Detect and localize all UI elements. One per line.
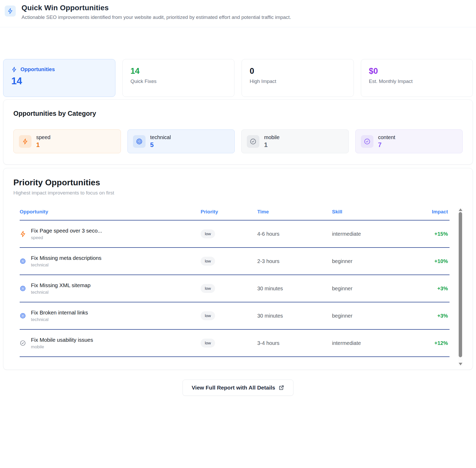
column-header-time[interactable]: Time: [257, 209, 332, 215]
target-icon: [20, 313, 26, 319]
check-circle-icon: [361, 135, 373, 148]
category-label: content: [378, 134, 395, 140]
stat-card-monthly-impact[interactable]: $0 Est. Monthly Impact: [361, 59, 473, 97]
column-header-skill[interactable]: Skill: [332, 209, 421, 215]
skill-value: intermediate: [332, 231, 421, 237]
time-value: 30 minutes: [257, 313, 332, 319]
opportunity-category: mobile: [31, 344, 93, 350]
category-card-speed: speed 1: [13, 129, 121, 153]
category-card-content: content 7: [355, 129, 463, 153]
stat-label: High Impact: [250, 78, 346, 84]
categories-section: Opportunities by Category speed 1 techni…: [3, 99, 473, 165]
stat-card-opportunities[interactable]: Opportunities 14: [3, 59, 115, 97]
category-label: speed: [36, 134, 51, 140]
skill-value: beginner: [332, 313, 421, 319]
table-row[interactable]: Fix Broken internal links technical low …: [20, 302, 450, 330]
time-value: 3-4 hours: [257, 340, 332, 346]
table-row[interactable]: Fix Mobile usability issues mobile low 3…: [20, 330, 450, 357]
category-count: 5: [150, 141, 171, 149]
table-row[interactable]: Fix Missing XML sitemap technical low 30…: [20, 275, 450, 302]
page-header: Quick Win Opportunities Actionable SEO i…: [0, 0, 476, 27]
view-full-report-button[interactable]: View Full Report with All Details: [183, 380, 294, 396]
priority-badge: low: [201, 311, 215, 320]
stat-cards-row: Opportunities 14 14 Quick Fixes 0 High I…: [3, 59, 473, 97]
page-title: Quick Win Opportunities: [22, 4, 291, 12]
stat-value: $0: [369, 66, 465, 76]
target-icon: [20, 258, 26, 264]
category-label: mobile: [264, 134, 280, 140]
category-count: 7: [378, 141, 395, 149]
stat-label: Est. Monthly Impact: [369, 78, 465, 84]
target-icon: [133, 135, 146, 148]
skill-value: intermediate: [332, 340, 421, 346]
table-row[interactable]: Fix Page speed over 3 seco... speed low …: [20, 220, 450, 248]
view-full-report-label: View Full Report with All Details: [192, 385, 275, 391]
priority-table: Opportunity Priority Time Skill Impact F…: [20, 206, 463, 357]
check-circle-icon: [247, 135, 259, 148]
opportunity-title: Fix Missing XML sitemap: [31, 282, 90, 288]
time-value: 2-3 hours: [257, 258, 332, 264]
time-value: 30 minutes: [257, 286, 332, 292]
target-icon: [20, 285, 26, 292]
category-card-mobile: mobile 1: [241, 129, 349, 153]
external-link-icon: [279, 385, 284, 391]
check-circle-icon: [20, 340, 26, 346]
table-row[interactable]: Fix Missing meta descriptions technical …: [20, 248, 450, 275]
impact-value: +15%: [421, 231, 450, 237]
opportunity-title: Fix Broken internal links: [31, 309, 88, 316]
scrollbar-track[interactable]: [458, 212, 463, 362]
skill-value: beginner: [332, 286, 421, 292]
scroll-up-arrow-icon[interactable]: [459, 208, 462, 211]
opportunity-category: technical: [31, 262, 101, 268]
priority-badge: low: [201, 229, 215, 238]
column-header-opportunity[interactable]: Opportunity: [20, 209, 201, 215]
time-value: 4-6 hours: [257, 231, 332, 237]
category-count: 1: [264, 141, 280, 149]
column-header-impact[interactable]: Impact: [421, 209, 450, 215]
table-header-row: Opportunity Priority Time Skill Impact: [20, 206, 450, 220]
opportunity-title: Fix Page speed over 3 seco...: [31, 228, 102, 234]
stat-card-quick-fixes[interactable]: 14 Quick Fixes: [122, 59, 235, 97]
category-label: technical: [150, 134, 171, 140]
priority-badge: low: [201, 284, 215, 293]
column-header-priority[interactable]: Priority: [201, 209, 257, 215]
impact-value: +10%: [421, 258, 450, 264]
stat-label: Quick Fixes: [131, 78, 227, 84]
lightning-icon: [5, 6, 16, 17]
stat-value: 0: [250, 66, 346, 76]
priority-subtitle: Highest impact improvements to focus on …: [13, 190, 463, 196]
lightning-icon: [19, 135, 31, 148]
vertical-scrollbar[interactable]: [458, 208, 463, 366]
scrollbar-thumb[interactable]: [459, 212, 462, 357]
priority-section: Priority Opportunities Highest impact im…: [3, 168, 473, 370]
stat-card-high-impact[interactable]: 0 High Impact: [242, 59, 354, 97]
opportunity-category: technical: [31, 317, 88, 322]
opportunity-category: technical: [31, 290, 90, 295]
impact-value: +12%: [421, 340, 450, 346]
categories-title: Opportunities by Category: [13, 110, 463, 117]
priority-badge: low: [201, 257, 215, 266]
lightning-icon: [11, 67, 17, 72]
impact-value: +3%: [421, 286, 450, 292]
priority-title: Priority Opportunities: [13, 178, 463, 187]
opportunity-category: speed: [31, 235, 102, 240]
lightning-icon: [20, 231, 26, 237]
stat-value: 14: [11, 76, 107, 87]
category-card-technical: technical 5: [127, 129, 235, 153]
page-subtitle: Actionable SEO improvements identified f…: [22, 14, 291, 20]
priority-badge: low: [201, 339, 215, 348]
skill-value: beginner: [332, 258, 421, 264]
stat-label: Opportunities: [20, 66, 55, 72]
opportunity-title: Fix Missing meta descriptions: [31, 255, 101, 261]
impact-value: +3%: [421, 313, 450, 319]
scroll-down-arrow-icon[interactable]: [459, 363, 462, 365]
stat-value: 14: [131, 66, 227, 76]
category-count: 1: [36, 141, 51, 149]
opportunity-title: Fix Mobile usability issues: [31, 337, 93, 343]
